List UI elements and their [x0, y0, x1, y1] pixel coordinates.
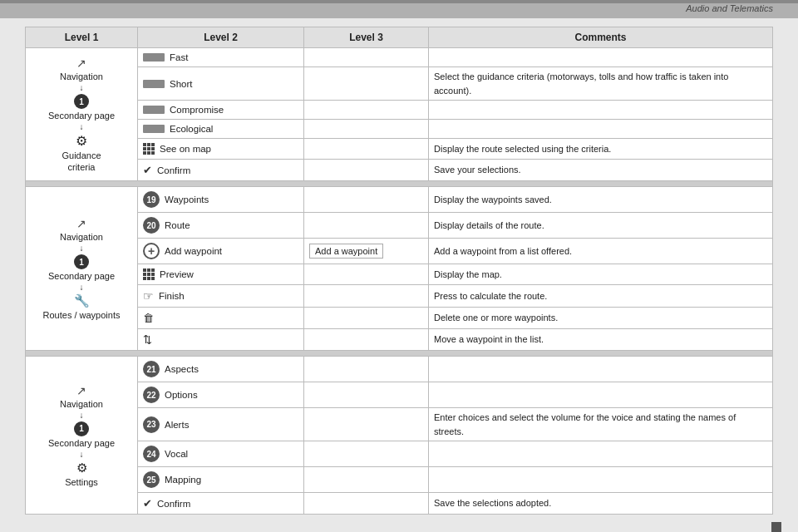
badge-circle: 20 [143, 217, 160, 234]
level2-row: 21 Aspects [143, 359, 298, 379]
comment-cell [429, 467, 773, 493]
level2-row: Fast [143, 51, 298, 64]
level2-row: 22 Options [143, 385, 298, 405]
level3-cell [304, 285, 429, 308]
level2-text: Waypoints [165, 195, 209, 204]
level2-row: + Add waypoint [143, 241, 298, 261]
comment-text: Delete one or more waypoints. [434, 313, 558, 323]
level2-text: Short [170, 79, 193, 89]
level2-row: See on map [143, 141, 298, 156]
header-level2: Level 2 [138, 27, 304, 48]
level2-cell: Short [138, 67, 304, 101]
header-level3: Level 3 [304, 27, 429, 48]
level1-section-2: ↗ Navigation ↓ 1 Secondary page ↓ 🔧 Rout… [26, 187, 138, 351]
level2-text: See on map [160, 144, 211, 154]
comment-cell: Delete one or more waypoints. [429, 308, 773, 329]
level3-cell [304, 493, 429, 515]
checkmark-icon: ✔ [143, 164, 152, 176]
level2-text: Aspects [165, 364, 199, 374]
level3-cell [304, 67, 429, 101]
comment-cell: Display details of the route. [429, 213, 773, 239]
comment-text: Move a waypoint in the list. [434, 334, 544, 344]
level3-cell [304, 441, 429, 467]
level1-content: ↗ Navigation ↓ 1 Secondary page ↓ ⚙ Sett… [29, 384, 134, 487]
number-badge: 1 [74, 254, 89, 269]
level2-row: ⇅ [143, 332, 298, 347]
comment-cell: Save the selections adopted. [429, 493, 773, 515]
level3-cell [304, 120, 429, 139]
header-level1: Level 1 [26, 27, 138, 48]
level2-cell: Compromise [138, 101, 304, 120]
level2-text: Options [165, 390, 198, 400]
comment-cell: Save your selections. [429, 160, 773, 181]
grid-icon [143, 143, 155, 155]
level2-text: Add waypoint [165, 246, 222, 256]
arrow-down: ↓ [80, 244, 84, 253]
level2-cell: 🗑 [138, 308, 304, 329]
level2-cell: 24 Vocal [138, 441, 304, 467]
level2-row: ☞ Finish [143, 288, 298, 304]
arrow-down2: ↓ [80, 283, 84, 292]
route-icon [143, 125, 165, 133]
arrow-down2: ↓ [80, 450, 84, 459]
secondary-label: Secondary page [48, 271, 115, 281]
level3-cell [304, 264, 429, 285]
badge-circle: 22 [143, 387, 160, 403]
header-comments: Comments [429, 27, 773, 48]
level3-cell [304, 382, 429, 408]
comment-cell [429, 441, 773, 467]
level3-cell [304, 101, 429, 120]
comment-text: Select the guidance criteria (motorways,… [434, 71, 728, 96]
comment-cell: Move a waypoint in the list. [429, 329, 773, 351]
hand-icon: ☞ [143, 289, 154, 303]
level1-section-1: ↗ Navigation ↓ 1 Secondary page ↓ ⚙ Guid… [26, 48, 138, 181]
trash-icon: 🗑 [143, 312, 154, 324]
level3-cell [304, 357, 429, 382]
page-indicator [771, 522, 781, 532]
nav-icon: ↗ [76, 384, 86, 397]
grid-icon [143, 268, 155, 280]
level2-row: 19 Waypoints [143, 190, 298, 209]
nav-icon: ↗ [76, 57, 86, 70]
badge-circle: 23 [143, 416, 160, 433]
level2-cell: 22 Options [138, 382, 304, 408]
level3-cell [304, 48, 429, 67]
level3-cell [304, 160, 429, 181]
bottom-label: Guidance [62, 150, 101, 160]
arrow-down: ↓ [80, 411, 84, 420]
level2-row: ✔ Confirm [143, 162, 298, 178]
level2-text: Vocal [165, 449, 188, 459]
gear-icon: ⚙ [76, 133, 87, 149]
comment-cell: Enter choices and select the volume for … [429, 408, 773, 441]
level2-cell: ⇅ [138, 329, 304, 351]
route-icon [143, 53, 165, 62]
level2-cell: ✔ Confirm [138, 160, 304, 181]
nav-label: Navigation [60, 71, 103, 81]
checkmark-icon: ✔ [143, 497, 152, 510]
bottom-label2: criteria [67, 162, 95, 172]
section-separator [26, 181, 773, 187]
level2-row: 25 Mapping [143, 470, 298, 490]
level2-cell: Ecological [138, 120, 304, 139]
level3-cell [304, 408, 429, 441]
comment-cell: Display the route selected using the cri… [429, 139, 773, 160]
number-badge: 1 [74, 94, 89, 109]
nav-icon: ↗ [76, 217, 86, 230]
level3-cell [304, 308, 429, 329]
level2-text: Alerts [165, 420, 189, 430]
comment-text: Add a waypoint from a list offered. [434, 246, 572, 256]
move-icon: ⇅ [143, 333, 152, 346]
level2-row: 24 Vocal [143, 444, 298, 464]
level2-row: Ecological [143, 122, 298, 135]
comment-cell: Press to calculate the route. [429, 285, 773, 308]
comment-cell [429, 357, 773, 382]
level2-text: Mapping [165, 475, 201, 485]
content-area: Level 1 Level 2 Level 3 Comments ↗ Navig… [0, 18, 798, 523]
nav-label: Navigation [60, 232, 103, 242]
badge-circle: 24 [143, 446, 160, 462]
comment-text: Display details of the route. [434, 220, 544, 230]
comment-cell: Display the map. [429, 264, 773, 285]
level2-text: Finish [159, 291, 185, 301]
level1-section-3: ↗ Navigation ↓ 1 Secondary page ↓ ⚙ Sett… [26, 357, 138, 515]
comment-text: Press to calculate the route. [434, 291, 547, 301]
